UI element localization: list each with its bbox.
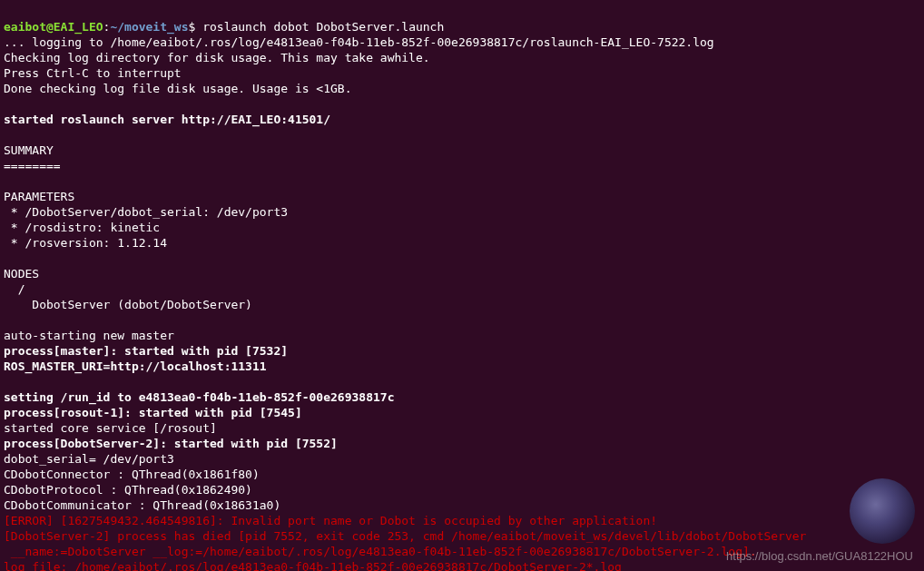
log-line-nodes: NODES [4, 267, 39, 281]
log-line: DobotServer (dobot/DobotServer) [4, 298, 252, 311]
log-line-error: log file: /home/eaibot/.ros/log/e4813ea0… [4, 560, 622, 571]
log-line: started core service [/rosout] [4, 421, 217, 435]
log-line: / [4, 282, 25, 296]
prompt-user-host: eaibot@EAI_LEO [4, 20, 103, 34]
watermark-text: https://blog.csdn.net/GUA8122HOU [726, 548, 913, 564]
prompt-command: roslaunch dobot DobotServer.launch [202, 20, 444, 34]
log-line-rosmaster-uri: ROS_MASTER_URI=http://localhost:11311 [4, 359, 267, 373]
log-line: CDobotCommunicator : QThread(0x18631a0) [4, 498, 280, 512]
log-line-process-rosout: process[rosout-1]: started with pid [754… [4, 406, 302, 419]
log-line: Done checking log file disk usage. Usage… [4, 82, 352, 95]
prompt-dollar: $ [189, 20, 203, 34]
log-line: CDobotProtocol : QThread(0x1862490) [4, 483, 252, 497]
terminal-output[interactable]: eaibot@EAI_LEO:~/moveit_ws$ roslaunch do… [0, 0, 924, 571]
log-line-parameters: PARAMETERS [4, 190, 74, 203]
log-line-started-server: started roslaunch server http://EAI_LEO:… [4, 113, 330, 126]
log-line-process-dobotserver: process[DobotServer-2]: started with pid… [4, 437, 338, 450]
log-line: ======== [4, 159, 61, 172]
log-line: ... logging to /home/eaibot/.ros/log/e48… [4, 35, 714, 49]
prompt-cwd: ~/moveit_ws [110, 20, 188, 34]
log-line-error: [DobotServer-2] process has died [pid 75… [4, 529, 806, 543]
log-line-process-master: process[master]: started with pid [7532] [4, 344, 288, 358]
log-line-error: __name:=DobotServer __log:=/home/eaibot/… [4, 545, 757, 558]
log-line-runid: setting /run_id to e4813ea0-f04b-11eb-85… [4, 390, 394, 404]
log-line-summary: SUMMARY [4, 143, 54, 157]
log-line: CDobotConnector : QThread(0x1861f80) [4, 468, 260, 481]
log-line: Checking log directory for disk usage. T… [4, 51, 430, 64]
log-line-error: [ERROR] [1627549432.464549816]: Invalid … [4, 514, 657, 527]
log-line: * /DobotServer/dobot_serial: /dev/port3 [4, 205, 288, 219]
log-line: * /rosversion: 1.12.14 [4, 236, 167, 250]
log-line: auto-starting new master [4, 329, 174, 342]
globe-icon [850, 478, 915, 544]
log-line: * /rosdistro: kinetic [4, 221, 160, 234]
log-line: Press Ctrl-C to interrupt [4, 66, 182, 80]
log-line: dobot_serial= /dev/port3 [4, 452, 174, 466]
